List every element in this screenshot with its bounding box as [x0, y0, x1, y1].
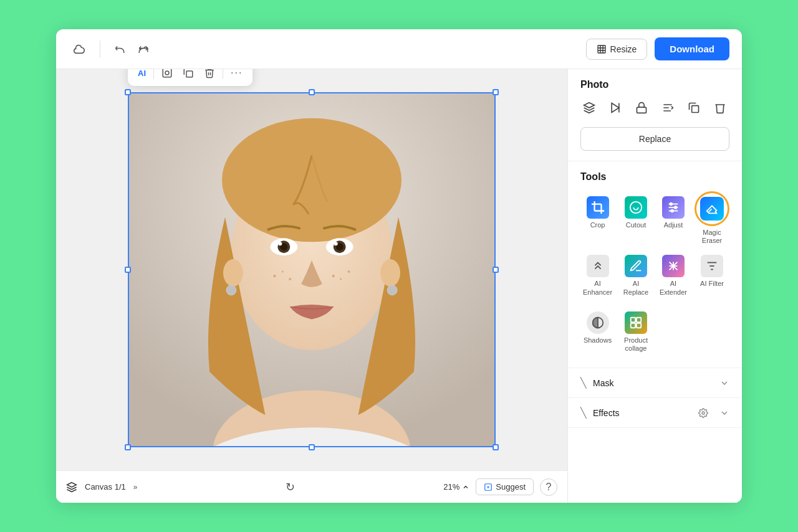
product-collage-tool-icon	[625, 311, 647, 334]
lock-button[interactable]	[633, 99, 650, 120]
handle-top-right[interactable]	[493, 89, 499, 95]
mask-section: ╲ Mask	[568, 368, 742, 398]
replace-button[interactable]: Replace	[580, 127, 729, 151]
ai-enhancer-tool-icon	[587, 255, 609, 277]
ai-extender-tool-icon	[662, 255, 685, 277]
effects-title: Effects	[593, 408, 692, 418]
svg-point-20	[334, 242, 338, 245]
undo-button[interactable]	[110, 40, 129, 59]
image-wrapper: AI New	[128, 92, 496, 447]
svg-rect-46	[631, 323, 635, 328]
resize-label: Resize	[610, 44, 637, 54]
footer-center: ↻	[145, 480, 436, 494]
download-button[interactable]: Download	[655, 37, 729, 60]
handle-top-center[interactable]	[309, 89, 315, 95]
ai-extender-label: AIExtender	[660, 280, 687, 296]
delete-popup-button[interactable]	[200, 69, 219, 82]
more-popup-button[interactable]: ···	[227, 69, 246, 82]
help-button[interactable]: ?	[540, 478, 557, 496]
ai-enhancer-label: AIEnhancer	[583, 280, 612, 296]
svg-rect-3	[186, 71, 193, 77]
svg-point-26	[348, 270, 350, 273]
canvas-content: AI New	[56, 69, 567, 470]
svg-rect-47	[637, 323, 641, 328]
toolbar-sep-1	[153, 69, 154, 79]
svg-point-48	[702, 412, 704, 414]
handle-top-left[interactable]	[125, 89, 131, 95]
undo-redo-group	[110, 40, 153, 59]
photo-svg	[129, 93, 494, 446]
svg-rect-30	[692, 106, 699, 113]
header-right: Resize Download	[586, 37, 729, 60]
tools-section: Tools Crop	[568, 161, 742, 368]
tool-ai-extender[interactable]: AIExtender	[657, 250, 690, 301]
zoom-display: 21%	[443, 482, 469, 492]
svg-marker-28	[612, 103, 619, 113]
shadows-tool-icon	[587, 311, 609, 334]
resize-button[interactable]: Resize	[586, 39, 648, 60]
rotate-button[interactable]: ↻	[286, 480, 295, 494]
svg-point-35	[670, 203, 672, 206]
copy-button[interactable]	[685, 99, 703, 120]
toolbar-sep-2	[223, 69, 223, 79]
svg-rect-29	[637, 107, 647, 113]
handle-middle-left[interactable]	[125, 267, 131, 273]
tools-title: Tools	[580, 171, 729, 183]
mask-header[interactable]: ╲ Mask	[580, 368, 729, 397]
cutout-tool-label: Cutout	[626, 221, 646, 229]
effects-section: ╲ Effects	[568, 398, 742, 428]
footer-right: 21% Suggest ?	[443, 478, 557, 496]
svg-point-22	[282, 270, 284, 272]
svg-point-12	[387, 285, 397, 295]
handle-bottom-center[interactable]	[309, 444, 315, 450]
mask-icon: ╲	[580, 377, 587, 389]
tool-ai-replace[interactable]: AIReplace	[620, 250, 652, 301]
canvas-label: Canvas 1/1	[85, 482, 126, 492]
ai-filter-label: AI Filter	[700, 280, 724, 288]
shadows-label: Shadows	[584, 336, 612, 344]
effects-header[interactable]: ╲ Effects	[580, 398, 729, 427]
svg-point-11	[226, 285, 236, 295]
svg-point-25	[340, 278, 342, 280]
suggest-button[interactable]: Suggest	[476, 478, 534, 495]
photo-canvas	[129, 93, 494, 446]
delete-panel-button[interactable]	[711, 99, 729, 120]
frame-popup-button[interactable]	[158, 69, 176, 82]
align-button[interactable]	[659, 99, 676, 120]
tool-ai-enhancer[interactable]: AIEnhancer	[580, 250, 615, 301]
canvas-area: AI New	[56, 69, 567, 503]
svg-point-16	[278, 242, 282, 245]
layers-button[interactable]	[66, 482, 77, 493]
main-area: AI New	[56, 69, 742, 503]
canvas-footer: Canvas 1/1 » ↻ 21%	[56, 470, 567, 503]
header: Resize Download	[56, 29, 742, 69]
svg-rect-0	[598, 45, 605, 53]
ai-popup-button[interactable]: AI New	[134, 69, 150, 82]
canvas-chevron-button[interactable]: »	[133, 483, 138, 492]
app-container: Resize Download AI New	[56, 29, 742, 503]
tool-cutout[interactable]: Cutout	[620, 191, 652, 245]
svg-rect-45	[637, 318, 641, 322]
tool-magic-eraser[interactable]: MagicEraser	[695, 191, 729, 245]
svg-point-23	[289, 278, 291, 280]
home-icon[interactable]	[69, 39, 90, 60]
tool-shadows[interactable]: Shadows	[580, 306, 615, 358]
duplicate-popup-button[interactable]	[179, 69, 198, 82]
effects-icon: ╲	[580, 407, 587, 419]
handle-middle-right[interactable]	[493, 267, 499, 273]
handle-bottom-right[interactable]	[493, 444, 499, 450]
animation-button[interactable]	[607, 99, 624, 120]
suggest-label: Suggest	[496, 482, 526, 492]
zoom-value: 21%	[443, 482, 459, 492]
layers-panel-button[interactable]	[580, 99, 598, 120]
image-frame	[128, 92, 496, 447]
tool-ai-filter[interactable]: AI Filter	[695, 250, 729, 301]
svg-point-10	[380, 259, 400, 287]
tool-adjust[interactable]: Adjust	[657, 191, 690, 245]
tool-product-collage[interactable]: Productcollage	[620, 306, 652, 358]
photo-title: Photo	[580, 79, 729, 90]
redo-button[interactable]	[134, 40, 153, 59]
handle-bottom-left[interactable]	[125, 444, 131, 450]
crop-tool-icon	[587, 196, 609, 219]
tool-crop[interactable]: Crop	[580, 191, 615, 245]
